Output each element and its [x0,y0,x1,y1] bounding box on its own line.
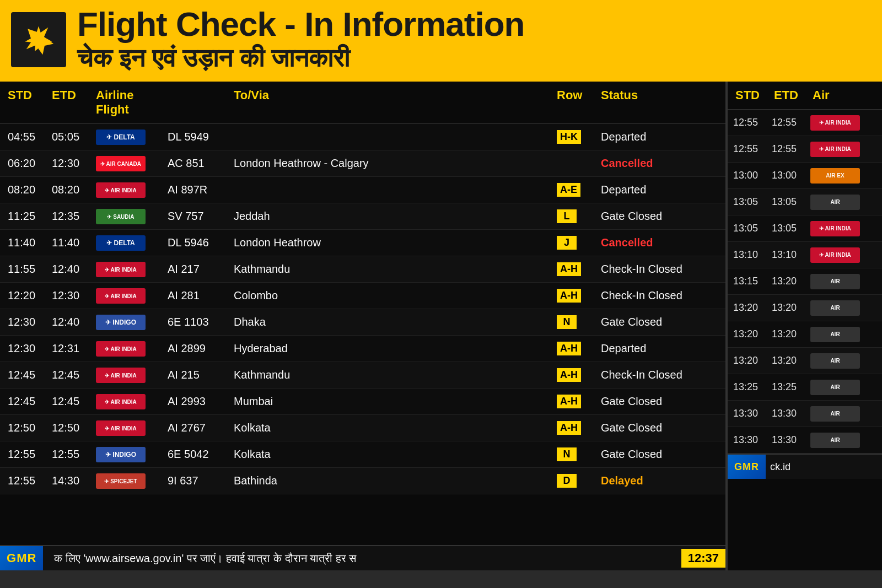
right-std: 13:05 [732,195,771,209]
flight-cell: AI 2899 [165,341,232,356]
right-airline: AIR [809,273,878,290]
flight-cell: 6E 5042 [165,447,232,462]
row-cell [555,163,599,165]
delta-logo: ✈ DELTA [96,235,146,251]
status-cell: Gate Closed [599,447,720,462]
row-badge: A-H [557,342,581,355]
row-cell: A-E [555,182,599,198]
right-airline: ✈ AIR INDIA [809,114,878,132]
airline-cell: ✈ AIR INDIA [94,393,165,411]
airline-cell: ✈ AIR INDIA [94,419,165,438]
air-india-logo: ✈ AIR INDIA [96,262,146,277]
right-airline: ✈ AIR INDIA [809,141,878,158]
flight-cell: SV 757 [165,209,232,224]
etd-cell: 12:55 [50,447,94,462]
tovia-cell: Jeddah [232,209,555,224]
row-cell: D [555,473,599,489]
airline-cell: ✈ AIR INDIA [94,340,165,358]
status-cell: Gate Closed [599,420,720,435]
unknown-airline-logo: AIR [810,353,860,369]
right-airline: AIR [809,431,878,449]
air-india-logo: ✈ AIR INDIA [96,420,146,436]
std-cell: 12:45 [6,368,50,382]
status-cell: Check-In Closed [599,262,720,277]
status-cell: Gate Closed [599,209,720,224]
etd-cell: 11:40 [50,235,94,250]
right-flights-list: 12:55 12:55 ✈ AIR INDIA 12:55 12:55 ✈ AI… [728,110,882,454]
right-table-row: 13:00 13:00 Air Ex [728,163,882,189]
table-row: 11:55 12:40 ✈ AIR INDIA AI 217 Kathmandu… [0,256,725,283]
table-row: 12:55 12:55 ✈ IndiGo 6E 5042 Kolkata N G… [0,441,725,468]
etd-cell: 12:30 [50,288,94,303]
right-etd: 13:25 [771,380,809,394]
right-col-airline: Air [810,86,876,105]
row-cell: H-K [555,129,599,145]
saudia-logo: ✈ Saudia [96,209,146,224]
row-badge: D [557,474,577,488]
tovia-cell: Bathinda [232,473,555,488]
status-cell: Departed [599,130,720,144]
row-cell: J [555,235,599,251]
etd-cell: 12:30 [50,156,94,171]
unknown-airline-logo: AIR [810,300,860,316]
table-row: 12:45 12:45 ✈ AIR INDIA AI 215 Kathmandu… [0,362,725,389]
col-flight [165,86,232,119]
table-row: 04:55 05:05 ✈ DELTA DL 5949 H-K Departed [0,124,725,150]
right-airline: AIR [809,299,878,317]
airline-cell: ✈ SpiceJet [94,472,165,490]
right-etd: 13:30 [771,407,809,420]
status-cell: Departed [599,182,720,197]
right-etd: 13:20 [771,301,809,315]
unknown-airline-logo: AIR [810,195,860,210]
airline-cell: ✈ AIR CANADA [94,155,165,173]
tovia-cell: Kathmandu [232,368,555,382]
flights-list: 04:55 05:05 ✈ DELTA DL 5949 H-K Departed… [0,124,725,545]
row-badge: A-H [557,262,581,276]
right-table-row: 13:30 13:30 AIR [728,427,882,454]
row-badge: A-E [557,183,580,197]
etd-cell: 12:50 [50,420,94,435]
right-etd: 13:00 [771,169,809,182]
right-ticker: GMR ck.id [728,454,882,479]
air-india-logo: ✈ AIR INDIA [810,221,860,236]
tovia-cell: Mumbai [232,394,555,409]
air-india-logo: ✈ AIR INDIA [96,368,146,383]
table-row: 12:30 12:31 ✈ AIR INDIA AI 2899 Hyderaba… [0,336,725,362]
col-etd: ETD [50,86,94,119]
airline-cell: ✈ AIR INDIA [94,287,165,305]
row-cell: N [555,314,599,330]
right-std: 13:00 [732,169,771,182]
right-table-row: 12:55 12:55 ✈ AIR INDIA [728,136,882,163]
std-cell: 12:50 [6,420,50,435]
std-cell: 04:55 [6,130,50,144]
flight-cell: AI 2767 [165,420,232,435]
air-india-logo: ✈ AIR INDIA [96,394,146,409]
flight-cell: AI 897R [165,182,232,197]
right-table-row: 13:20 13:20 AIR [728,348,882,374]
row-badge: N [557,447,577,461]
row-cell: L [555,208,599,224]
right-std: 13:15 [732,274,771,288]
row-badge: A-H [557,289,581,303]
flight-cell: AI 215 [165,368,232,382]
status-cell: Gate Closed [599,394,720,409]
unknown-airline-logo: AIR [810,327,860,342]
row-badge: J [557,236,577,250]
airline-cell: ✈ DELTA [94,234,165,252]
air-canada-logo: ✈ AIR CANADA [96,156,146,171]
flight-cell: DL 5949 [165,130,232,144]
right-airline: AIR [809,379,878,396]
right-table-row: 13:20 13:20 AIR [728,295,882,321]
tovia-cell: Colombo [232,288,555,303]
right-airline: AIR [809,352,878,370]
header-hindi: चेक इन एवं उड़ान की जानकारी [77,43,524,73]
tovia-cell: Kolkata [232,420,555,435]
std-cell: 12:20 [6,288,50,303]
tovia-cell [232,189,555,191]
flight-cell: AI 2993 [165,394,232,409]
right-airline: ✈ AIR INDIA [809,246,878,264]
row-badge: L [557,209,577,223]
tovia-cell: Hyderabad [232,341,555,356]
col-to-via: To/Via [232,86,555,119]
flight-cell: DL 5946 [165,235,232,250]
